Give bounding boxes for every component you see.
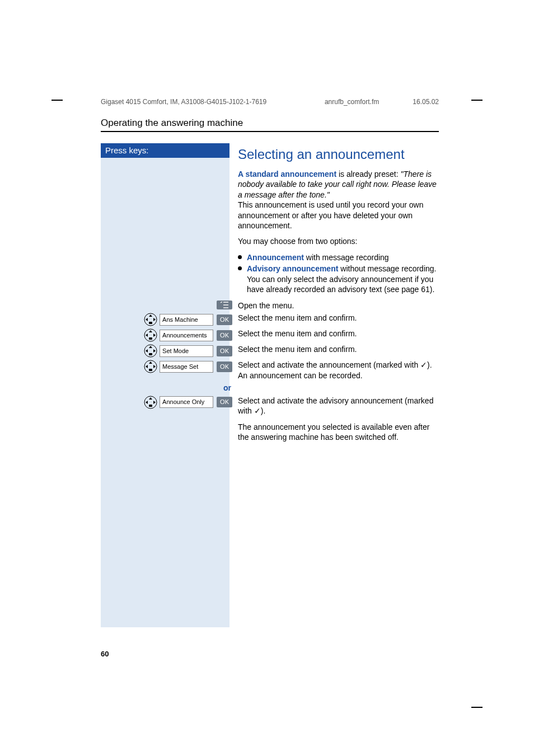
heading-selecting-announcement: Selecting an announcement (238, 145, 439, 163)
ok-button: OK (217, 330, 232, 341)
svg-marker-11 (153, 334, 156, 337)
page-container: Gigaset 4015 Comfort, IM, A31008-G4015-J… (0, 0, 534, 756)
label-ans-machine: Ans Machine (160, 314, 213, 326)
paragraph-two-options: You may choose from two options: (238, 236, 439, 246)
svg-marker-10 (146, 334, 148, 337)
step-announce-only: Announce Only OK Select and activate the… (238, 396, 439, 416)
dpad-icon (144, 313, 157, 326)
svg-marker-6 (153, 318, 156, 321)
label-message-set: Message Set (160, 361, 213, 373)
crop-mark-bottom-right (469, 699, 483, 714)
step-announcements-desc: Select the menu item and confirm. (238, 328, 439, 339)
svg-marker-20 (146, 365, 148, 368)
header-right: 16.05.02 (413, 98, 439, 106)
dpad-icon (144, 360, 157, 373)
crop-mark-top-left (51, 92, 63, 107)
svg-rect-27 (149, 405, 152, 407)
svg-marker-16 (153, 349, 156, 353)
step-set-mode: Set Mode OK Select the menu item and con… (238, 344, 439, 358)
svg-rect-12 (149, 337, 152, 340)
running-header: Gigaset 4015 Comfort, IM, A31008-G4015-J… (101, 98, 439, 106)
option-advisory-sub: You can only select the advisory announc… (247, 275, 434, 294)
paragraph-standard-rest: This announcement is used until you reco… (238, 200, 424, 230)
svg-marker-5 (146, 318, 148, 321)
menu-icon (217, 300, 232, 309)
dpad-icon (144, 328, 157, 342)
svg-marker-21 (153, 365, 156, 368)
label-announcements: Announcements (160, 330, 213, 341)
option-announcement: Announcement with message recording (238, 252, 439, 262)
step-open-menu-desc: Open the menu. (238, 300, 439, 311)
ok-button: OK (217, 397, 232, 407)
bold-standard-announcement: A standard announcement (238, 170, 336, 179)
section-title: Operating the answering machine (101, 118, 243, 129)
svg-rect-17 (149, 353, 152, 355)
ok-button: OK (217, 361, 232, 372)
step-announcements: Announcements OK Select the menu item an… (238, 328, 439, 342)
dpad-icon (144, 344, 157, 358)
paragraph-standard-announcement: A standard announcement is already prese… (238, 169, 439, 231)
svg-marker-14 (149, 346, 152, 348)
crop-mark-top-right (469, 92, 483, 107)
page-number: 60 (101, 650, 109, 658)
dpad-icon (144, 396, 157, 409)
svg-marker-15 (146, 349, 148, 353)
label-announce-only: Announce Only (160, 396, 213, 408)
press-keys-header: Press keys: (101, 143, 229, 158)
step-ans-machine: Ans Machine OK Select the menu item and … (238, 313, 439, 326)
svg-marker-24 (149, 397, 152, 400)
svg-marker-19 (149, 361, 152, 364)
main-content: Selecting an announcement A standard ann… (238, 143, 439, 448)
svg-marker-9 (149, 330, 152, 332)
svg-rect-22 (149, 369, 152, 371)
svg-marker-4 (149, 314, 152, 317)
ok-button: OK (217, 346, 232, 356)
ok-button: OK (217, 314, 232, 325)
or-separator: or (101, 383, 238, 393)
svg-marker-25 (146, 401, 148, 404)
label-set-mode: Set Mode (160, 345, 213, 357)
header-left: Gigaset 4015 Comfort, IM, A31008-G4015-J… (101, 98, 325, 106)
svg-marker-26 (153, 401, 156, 404)
step-announce-only-desc: Select and activate the advisory announc… (238, 396, 439, 416)
option-advisory-announcement: Advisory announcement without message re… (238, 264, 439, 294)
step-set-mode-desc: Select the menu item and confirm. (238, 344, 439, 354)
paragraph-final: The announcement you selected is availab… (238, 422, 439, 443)
step-ans-machine-desc: Select the menu item and confirm. (238, 313, 439, 323)
svg-rect-7 (149, 322, 152, 324)
options-list: Announcement with message recording Advi… (238, 252, 439, 295)
header-middle: anrufb_comfort.fm (325, 98, 379, 106)
step-message-set-desc: Select and activate the announcement (ma… (238, 360, 439, 381)
step-open-menu: Open the menu. (238, 300, 439, 311)
section-rule (101, 131, 439, 132)
step-message-set: Message Set OK Select and activate the a… (238, 360, 439, 381)
